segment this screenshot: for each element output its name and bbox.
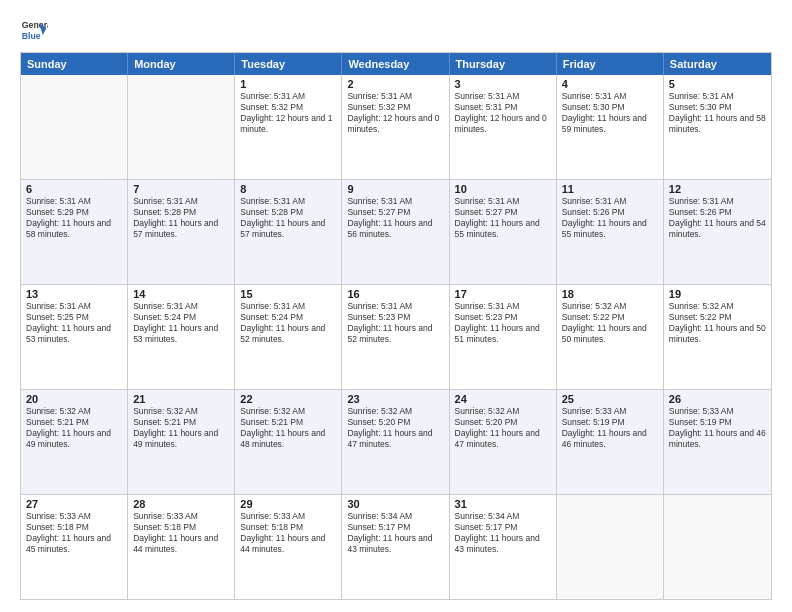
- calendar-cell: 15Sunrise: 5:31 AM Sunset: 5:24 PM Dayli…: [235, 285, 342, 389]
- calendar-cell: 20Sunrise: 5:32 AM Sunset: 5:21 PM Dayli…: [21, 390, 128, 494]
- cell-info: Sunrise: 5:32 AM Sunset: 5:22 PM Dayligh…: [669, 301, 766, 345]
- day-number: 17: [455, 288, 551, 300]
- day-number: 8: [240, 183, 336, 195]
- cell-info: Sunrise: 5:31 AM Sunset: 5:28 PM Dayligh…: [240, 196, 336, 240]
- day-number: 21: [133, 393, 229, 405]
- calendar-cell: 17Sunrise: 5:31 AM Sunset: 5:23 PM Dayli…: [450, 285, 557, 389]
- cell-info: Sunrise: 5:31 AM Sunset: 5:26 PM Dayligh…: [562, 196, 658, 240]
- day-number: 18: [562, 288, 658, 300]
- calendar: SundayMondayTuesdayWednesdayThursdayFrid…: [20, 52, 772, 600]
- header-day-friday: Friday: [557, 53, 664, 75]
- cell-info: Sunrise: 5:31 AM Sunset: 5:23 PM Dayligh…: [347, 301, 443, 345]
- calendar-header: SundayMondayTuesdayWednesdayThursdayFrid…: [21, 53, 771, 75]
- calendar-cell: 14Sunrise: 5:31 AM Sunset: 5:24 PM Dayli…: [128, 285, 235, 389]
- header: General Blue: [20, 16, 772, 44]
- calendar-week-3: 13Sunrise: 5:31 AM Sunset: 5:25 PM Dayli…: [21, 284, 771, 389]
- header-day-saturday: Saturday: [664, 53, 771, 75]
- day-number: 29: [240, 498, 336, 510]
- calendar-week-2: 6Sunrise: 5:31 AM Sunset: 5:29 PM Daylig…: [21, 179, 771, 284]
- cell-info: Sunrise: 5:32 AM Sunset: 5:20 PM Dayligh…: [347, 406, 443, 450]
- calendar-cell: 3Sunrise: 5:31 AM Sunset: 5:31 PM Daylig…: [450, 75, 557, 179]
- calendar-week-1: 1Sunrise: 5:31 AM Sunset: 5:32 PM Daylig…: [21, 75, 771, 179]
- calendar-cell: 9Sunrise: 5:31 AM Sunset: 5:27 PM Daylig…: [342, 180, 449, 284]
- cell-info: Sunrise: 5:31 AM Sunset: 5:24 PM Dayligh…: [133, 301, 229, 345]
- day-number: 30: [347, 498, 443, 510]
- calendar-week-5: 27Sunrise: 5:33 AM Sunset: 5:18 PM Dayli…: [21, 494, 771, 599]
- calendar-cell: 22Sunrise: 5:32 AM Sunset: 5:21 PM Dayli…: [235, 390, 342, 494]
- calendar-cell: 27Sunrise: 5:33 AM Sunset: 5:18 PM Dayli…: [21, 495, 128, 599]
- day-number: 5: [669, 78, 766, 90]
- day-number: 1: [240, 78, 336, 90]
- cell-info: Sunrise: 5:31 AM Sunset: 5:23 PM Dayligh…: [455, 301, 551, 345]
- calendar-cell: 26Sunrise: 5:33 AM Sunset: 5:19 PM Dayli…: [664, 390, 771, 494]
- calendar-cell: 25Sunrise: 5:33 AM Sunset: 5:19 PM Dayli…: [557, 390, 664, 494]
- day-number: 6: [26, 183, 122, 195]
- calendar-cell: 6Sunrise: 5:31 AM Sunset: 5:29 PM Daylig…: [21, 180, 128, 284]
- cell-info: Sunrise: 5:31 AM Sunset: 5:32 PM Dayligh…: [347, 91, 443, 135]
- day-number: 14: [133, 288, 229, 300]
- calendar-cell: 13Sunrise: 5:31 AM Sunset: 5:25 PM Dayli…: [21, 285, 128, 389]
- calendar-cell: 28Sunrise: 5:33 AM Sunset: 5:18 PM Dayli…: [128, 495, 235, 599]
- day-number: 10: [455, 183, 551, 195]
- header-day-tuesday: Tuesday: [235, 53, 342, 75]
- calendar-cell: 4Sunrise: 5:31 AM Sunset: 5:30 PM Daylig…: [557, 75, 664, 179]
- header-day-thursday: Thursday: [450, 53, 557, 75]
- calendar-cell: 1Sunrise: 5:31 AM Sunset: 5:32 PM Daylig…: [235, 75, 342, 179]
- calendar-cell: 8Sunrise: 5:31 AM Sunset: 5:28 PM Daylig…: [235, 180, 342, 284]
- cell-info: Sunrise: 5:31 AM Sunset: 5:25 PM Dayligh…: [26, 301, 122, 345]
- cell-info: Sunrise: 5:33 AM Sunset: 5:18 PM Dayligh…: [26, 511, 122, 555]
- day-number: 12: [669, 183, 766, 195]
- cell-info: Sunrise: 5:32 AM Sunset: 5:21 PM Dayligh…: [26, 406, 122, 450]
- cell-info: Sunrise: 5:33 AM Sunset: 5:19 PM Dayligh…: [562, 406, 658, 450]
- day-number: 4: [562, 78, 658, 90]
- calendar-cell: [21, 75, 128, 179]
- day-number: 11: [562, 183, 658, 195]
- cell-info: Sunrise: 5:32 AM Sunset: 5:20 PM Dayligh…: [455, 406, 551, 450]
- calendar-cell: 21Sunrise: 5:32 AM Sunset: 5:21 PM Dayli…: [128, 390, 235, 494]
- day-number: 7: [133, 183, 229, 195]
- calendar-week-4: 20Sunrise: 5:32 AM Sunset: 5:21 PM Dayli…: [21, 389, 771, 494]
- day-number: 28: [133, 498, 229, 510]
- header-day-monday: Monday: [128, 53, 235, 75]
- header-day-wednesday: Wednesday: [342, 53, 449, 75]
- day-number: 2: [347, 78, 443, 90]
- day-number: 19: [669, 288, 766, 300]
- cell-info: Sunrise: 5:33 AM Sunset: 5:18 PM Dayligh…: [240, 511, 336, 555]
- day-number: 31: [455, 498, 551, 510]
- day-number: 26: [669, 393, 766, 405]
- day-number: 22: [240, 393, 336, 405]
- calendar-cell: 12Sunrise: 5:31 AM Sunset: 5:26 PM Dayli…: [664, 180, 771, 284]
- cell-info: Sunrise: 5:31 AM Sunset: 5:27 PM Dayligh…: [455, 196, 551, 240]
- cell-info: Sunrise: 5:31 AM Sunset: 5:24 PM Dayligh…: [240, 301, 336, 345]
- cell-info: Sunrise: 5:31 AM Sunset: 5:31 PM Dayligh…: [455, 91, 551, 135]
- day-number: 13: [26, 288, 122, 300]
- cell-info: Sunrise: 5:31 AM Sunset: 5:32 PM Dayligh…: [240, 91, 336, 135]
- header-day-sunday: Sunday: [21, 53, 128, 75]
- cell-info: Sunrise: 5:31 AM Sunset: 5:30 PM Dayligh…: [669, 91, 766, 135]
- calendar-cell: 5Sunrise: 5:31 AM Sunset: 5:30 PM Daylig…: [664, 75, 771, 179]
- logo-icon: General Blue: [20, 16, 48, 44]
- day-number: 3: [455, 78, 551, 90]
- calendar-cell: 19Sunrise: 5:32 AM Sunset: 5:22 PM Dayli…: [664, 285, 771, 389]
- calendar-cell: 18Sunrise: 5:32 AM Sunset: 5:22 PM Dayli…: [557, 285, 664, 389]
- cell-info: Sunrise: 5:31 AM Sunset: 5:26 PM Dayligh…: [669, 196, 766, 240]
- day-number: 16: [347, 288, 443, 300]
- calendar-cell: 10Sunrise: 5:31 AM Sunset: 5:27 PM Dayli…: [450, 180, 557, 284]
- calendar-cell: 11Sunrise: 5:31 AM Sunset: 5:26 PM Dayli…: [557, 180, 664, 284]
- calendar-cell: 29Sunrise: 5:33 AM Sunset: 5:18 PM Dayli…: [235, 495, 342, 599]
- cell-info: Sunrise: 5:31 AM Sunset: 5:28 PM Dayligh…: [133, 196, 229, 240]
- cell-info: Sunrise: 5:31 AM Sunset: 5:29 PM Dayligh…: [26, 196, 122, 240]
- day-number: 20: [26, 393, 122, 405]
- cell-info: Sunrise: 5:33 AM Sunset: 5:18 PM Dayligh…: [133, 511, 229, 555]
- day-number: 24: [455, 393, 551, 405]
- day-number: 9: [347, 183, 443, 195]
- day-number: 25: [562, 393, 658, 405]
- calendar-cell: [664, 495, 771, 599]
- cell-info: Sunrise: 5:33 AM Sunset: 5:19 PM Dayligh…: [669, 406, 766, 450]
- calendar-cell: 16Sunrise: 5:31 AM Sunset: 5:23 PM Dayli…: [342, 285, 449, 389]
- cell-info: Sunrise: 5:32 AM Sunset: 5:22 PM Dayligh…: [562, 301, 658, 345]
- cell-info: Sunrise: 5:32 AM Sunset: 5:21 PM Dayligh…: [133, 406, 229, 450]
- calendar-cell: [557, 495, 664, 599]
- page: General Blue SundayMondayTuesdayWednesda…: [0, 0, 792, 612]
- calendar-cell: 30Sunrise: 5:34 AM Sunset: 5:17 PM Dayli…: [342, 495, 449, 599]
